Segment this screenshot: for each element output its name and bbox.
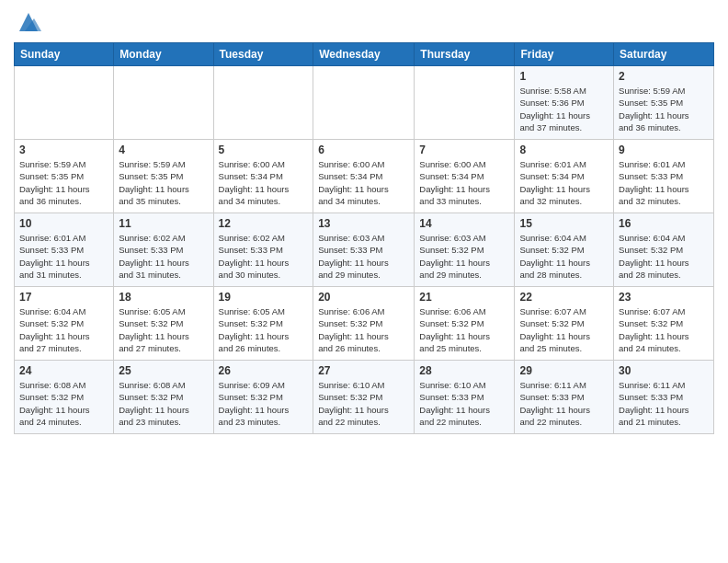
day-number: 27 bbox=[318, 364, 409, 377]
calendar-cell: 28Sunrise: 6:10 AM Sunset: 5:33 PM Dayli… bbox=[415, 361, 515, 434]
calendar-cell: 7Sunrise: 6:00 AM Sunset: 5:34 PM Daylig… bbox=[415, 140, 515, 213]
calendar-cell bbox=[15, 66, 114, 140]
week-row-1: 1Sunrise: 5:58 AM Sunset: 5:36 PM Daylig… bbox=[15, 66, 714, 140]
day-number: 11 bbox=[119, 217, 208, 230]
day-info: Sunrise: 6:00 AM Sunset: 5:34 PM Dayligh… bbox=[318, 158, 409, 207]
day-number: 20 bbox=[318, 291, 409, 304]
calendar-cell: 17Sunrise: 6:04 AM Sunset: 5:32 PM Dayli… bbox=[15, 287, 114, 361]
calendar-cell: 21Sunrise: 6:06 AM Sunset: 5:32 PM Dayli… bbox=[415, 287, 515, 361]
weekday-header-tuesday: Tuesday bbox=[213, 43, 313, 66]
weekday-header-sunday: Sunday bbox=[15, 43, 114, 66]
day-number: 19 bbox=[219, 291, 309, 304]
day-number: 16 bbox=[619, 217, 709, 230]
day-number: 7 bbox=[419, 144, 509, 156]
day-info: Sunrise: 6:02 AM Sunset: 5:33 PM Dayligh… bbox=[119, 232, 208, 281]
day-number: 13 bbox=[318, 217, 409, 230]
logo-icon bbox=[16, 9, 41, 35]
header bbox=[14, 9, 714, 35]
week-row-2: 3Sunrise: 5:59 AM Sunset: 5:35 PM Daylig… bbox=[15, 140, 714, 213]
weekday-header-monday: Monday bbox=[114, 43, 213, 66]
calendar-cell bbox=[114, 66, 213, 140]
calendar-cell: 2Sunrise: 5:59 AM Sunset: 5:35 PM Daylig… bbox=[614, 66, 714, 140]
page: SundayMondayTuesdayWednesdayThursdayFrid… bbox=[0, 0, 728, 563]
day-info: Sunrise: 6:06 AM Sunset: 5:32 PM Dayligh… bbox=[318, 305, 409, 354]
logo bbox=[14, 9, 41, 35]
day-info: Sunrise: 6:11 AM Sunset: 5:33 PM Dayligh… bbox=[519, 379, 609, 428]
day-info: Sunrise: 6:01 AM Sunset: 5:33 PM Dayligh… bbox=[619, 158, 709, 207]
calendar-cell: 6Sunrise: 6:00 AM Sunset: 5:34 PM Daylig… bbox=[313, 140, 415, 213]
day-number: 12 bbox=[219, 217, 309, 230]
calendar-cell: 15Sunrise: 6:04 AM Sunset: 5:32 PM Dayli… bbox=[515, 213, 614, 287]
day-info: Sunrise: 6:08 AM Sunset: 5:32 PM Dayligh… bbox=[19, 379, 108, 428]
day-number: 14 bbox=[419, 217, 509, 230]
day-number: 26 bbox=[219, 364, 309, 377]
day-info: Sunrise: 6:04 AM Sunset: 5:32 PM Dayligh… bbox=[619, 232, 709, 281]
day-number: 25 bbox=[119, 364, 208, 377]
calendar-cell: 18Sunrise: 6:05 AM Sunset: 5:32 PM Dayli… bbox=[114, 287, 213, 361]
day-info: Sunrise: 6:01 AM Sunset: 5:33 PM Dayligh… bbox=[19, 232, 108, 281]
weekday-header-row: SundayMondayTuesdayWednesdayThursdayFrid… bbox=[15, 43, 714, 66]
day-number: 17 bbox=[19, 291, 108, 304]
day-info: Sunrise: 5:59 AM Sunset: 5:35 PM Dayligh… bbox=[619, 85, 709, 133]
calendar-cell bbox=[313, 66, 415, 140]
day-number: 18 bbox=[119, 291, 208, 304]
calendar-cell: 23Sunrise: 6:07 AM Sunset: 5:32 PM Dayli… bbox=[614, 287, 714, 361]
day-number: 9 bbox=[619, 144, 709, 156]
day-number: 4 bbox=[119, 144, 208, 156]
day-info: Sunrise: 6:08 AM Sunset: 5:32 PM Dayligh… bbox=[119, 379, 208, 428]
day-info: Sunrise: 5:58 AM Sunset: 5:36 PM Dayligh… bbox=[519, 85, 609, 133]
day-info: Sunrise: 6:04 AM Sunset: 5:32 PM Dayligh… bbox=[519, 232, 609, 281]
day-info: Sunrise: 6:07 AM Sunset: 5:32 PM Dayligh… bbox=[619, 305, 709, 354]
day-info: Sunrise: 6:07 AM Sunset: 5:32 PM Dayligh… bbox=[519, 305, 609, 354]
weekday-header-thursday: Thursday bbox=[415, 43, 515, 66]
day-number: 1 bbox=[519, 70, 609, 83]
calendar-cell: 27Sunrise: 6:10 AM Sunset: 5:32 PM Dayli… bbox=[313, 361, 415, 434]
day-info: Sunrise: 6:04 AM Sunset: 5:32 PM Dayligh… bbox=[19, 305, 108, 354]
day-number: 6 bbox=[318, 144, 409, 156]
day-info: Sunrise: 6:00 AM Sunset: 5:34 PM Dayligh… bbox=[419, 158, 509, 207]
calendar-cell: 8Sunrise: 6:01 AM Sunset: 5:34 PM Daylig… bbox=[515, 140, 614, 213]
weekday-header-saturday: Saturday bbox=[614, 43, 714, 66]
calendar-cell: 5Sunrise: 6:00 AM Sunset: 5:34 PM Daylig… bbox=[213, 140, 313, 213]
day-info: Sunrise: 6:09 AM Sunset: 5:32 PM Dayligh… bbox=[219, 379, 309, 428]
day-number: 22 bbox=[519, 291, 609, 304]
day-info: Sunrise: 6:00 AM Sunset: 5:34 PM Dayligh… bbox=[219, 158, 309, 207]
day-number: 3 bbox=[19, 144, 108, 156]
day-info: Sunrise: 5:59 AM Sunset: 5:35 PM Dayligh… bbox=[119, 158, 208, 207]
calendar-cell: 26Sunrise: 6:09 AM Sunset: 5:32 PM Dayli… bbox=[213, 361, 313, 434]
calendar-cell bbox=[213, 66, 313, 140]
day-number: 21 bbox=[419, 291, 509, 304]
day-number: 15 bbox=[519, 217, 609, 230]
calendar-cell: 13Sunrise: 6:03 AM Sunset: 5:33 PM Dayli… bbox=[313, 213, 415, 287]
week-row-3: 10Sunrise: 6:01 AM Sunset: 5:33 PM Dayli… bbox=[15, 213, 714, 287]
calendar-cell: 16Sunrise: 6:04 AM Sunset: 5:32 PM Dayli… bbox=[614, 213, 714, 287]
day-info: Sunrise: 6:05 AM Sunset: 5:32 PM Dayligh… bbox=[219, 305, 309, 354]
day-number: 29 bbox=[519, 364, 609, 377]
calendar-table: SundayMondayTuesdayWednesdayThursdayFrid… bbox=[14, 42, 714, 434]
calendar-cell: 1Sunrise: 5:58 AM Sunset: 5:36 PM Daylig… bbox=[515, 66, 614, 140]
day-number: 23 bbox=[619, 291, 709, 304]
calendar-cell: 19Sunrise: 6:05 AM Sunset: 5:32 PM Dayli… bbox=[213, 287, 313, 361]
day-info: Sunrise: 6:10 AM Sunset: 5:33 PM Dayligh… bbox=[419, 379, 509, 428]
calendar-cell: 4Sunrise: 5:59 AM Sunset: 5:35 PM Daylig… bbox=[114, 140, 213, 213]
day-number: 5 bbox=[219, 144, 309, 156]
day-number: 30 bbox=[619, 364, 709, 377]
calendar-cell: 20Sunrise: 6:06 AM Sunset: 5:32 PM Dayli… bbox=[313, 287, 415, 361]
day-number: 28 bbox=[419, 364, 509, 377]
weekday-header-friday: Friday bbox=[515, 43, 614, 66]
day-number: 10 bbox=[19, 217, 108, 230]
day-number: 8 bbox=[519, 144, 609, 156]
calendar-cell: 12Sunrise: 6:02 AM Sunset: 5:33 PM Dayli… bbox=[213, 213, 313, 287]
day-number: 2 bbox=[619, 70, 709, 83]
week-row-4: 17Sunrise: 6:04 AM Sunset: 5:32 PM Dayli… bbox=[15, 287, 714, 361]
day-info: Sunrise: 6:05 AM Sunset: 5:32 PM Dayligh… bbox=[119, 305, 208, 354]
calendar-cell: 9Sunrise: 6:01 AM Sunset: 5:33 PM Daylig… bbox=[614, 140, 714, 213]
day-info: Sunrise: 6:02 AM Sunset: 5:33 PM Dayligh… bbox=[219, 232, 309, 281]
weekday-header-wednesday: Wednesday bbox=[313, 43, 415, 66]
calendar-cell: 30Sunrise: 6:11 AM Sunset: 5:33 PM Dayli… bbox=[614, 361, 714, 434]
calendar-cell bbox=[415, 66, 515, 140]
day-number: 24 bbox=[19, 364, 108, 377]
day-info: Sunrise: 5:59 AM Sunset: 5:35 PM Dayligh… bbox=[19, 158, 108, 207]
day-info: Sunrise: 6:11 AM Sunset: 5:33 PM Dayligh… bbox=[619, 379, 709, 428]
calendar-cell: 29Sunrise: 6:11 AM Sunset: 5:33 PM Dayli… bbox=[515, 361, 614, 434]
